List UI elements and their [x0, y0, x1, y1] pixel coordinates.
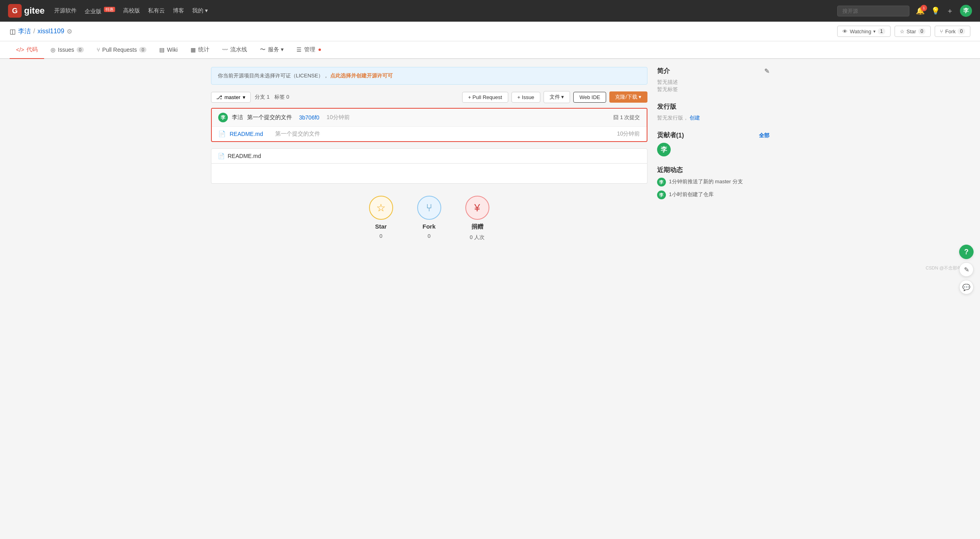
- repo-toolbar: ⎇ master ▾ 分支 1 标签 0 + Pull Request + Is…: [211, 91, 647, 103]
- nav-blog[interactable]: 博客: [173, 7, 184, 14]
- file-icon: 📄: [218, 130, 226, 138]
- sub-header: ◫ 李洁 / xissl1109 ⚙ 👁 Watching ▾ 1 ☆ Star…: [0, 22, 980, 41]
- watching-label: Watching: [850, 28, 871, 34]
- file-name[interactable]: README.md: [230, 131, 263, 137]
- nav-mine[interactable]: 我的 ▾: [192, 7, 208, 14]
- repo-actions: 👁 Watching ▾ 1 ☆ Star 0 ⑂ Fork 0: [837, 26, 970, 37]
- commit-author-avatar[interactable]: 李: [218, 113, 228, 122]
- nav-enterprise[interactable]: 企业版 特惠: [85, 7, 115, 15]
- tab-pr-label: Pull Requests: [102, 47, 137, 53]
- commit-hash[interactable]: 3b706f0: [299, 114, 320, 121]
- repo-type-icon: ◫: [10, 28, 16, 35]
- stat-donate[interactable]: ¥ 捐赠 0 人次: [465, 196, 489, 241]
- notice-link[interactable]: 点此选择并创建开源许可可: [330, 73, 393, 79]
- tab-services-label: 服务 ▾: [268, 46, 284, 53]
- sidebar-activity: 近期动态 李 1分钟前推送了新的 master 分支 李 1小时前创建了仓库: [657, 166, 769, 199]
- release-title: 发行版: [657, 103, 769, 111]
- user-avatar[interactable]: 李: [960, 5, 972, 17]
- logo-icon: G: [8, 4, 22, 18]
- stat-fork-count: 0: [428, 233, 430, 239]
- clone-btn[interactable]: 克隆/下载 ▾: [609, 91, 647, 103]
- intro-edit-icon[interactable]: ✎: [764, 67, 769, 75]
- tab-stats-label: 统计: [198, 46, 209, 53]
- stats-row: ☆ Star 0 ⑂ Fork 0 ¥ 捐赠 0 人次: [211, 184, 647, 253]
- sidebar-contributors: 贡献者 (1) 全部 李: [657, 131, 769, 156]
- manage-icon: ☰: [296, 47, 302, 53]
- code-icon: </>: [16, 47, 24, 53]
- readme-body: [211, 164, 647, 184]
- star-button[interactable]: ☆ Star 0: [895, 26, 931, 37]
- contributors-label: 贡献者: [657, 131, 676, 140]
- search-input[interactable]: [837, 6, 909, 16]
- stat-star-label: Star: [375, 223, 387, 230]
- create-release-link[interactable]: 创建: [690, 115, 700, 121]
- activity-avatar-1: 李: [657, 190, 666, 199]
- commit-count[interactable]: 囧 1 次提交: [613, 114, 640, 121]
- tab-manage[interactable]: ☰ 管理: [290, 41, 327, 59]
- notif-count: 1: [921, 5, 927, 11]
- settings-icon[interactable]: ⚙: [67, 28, 72, 35]
- stats-icon: ▦: [191, 47, 196, 53]
- stat-star[interactable]: ☆ Star 0: [369, 196, 393, 241]
- manage-dot: [319, 49, 321, 51]
- sidebar-intro: 简介 ✎ 暂无描述 暂无标签: [657, 67, 769, 93]
- file-commit-msg: 第一个提交的文件: [275, 130, 613, 138]
- notification-btn[interactable]: 🔔 1: [916, 6, 925, 15]
- tab-services[interactable]: 〜 服务 ▾: [254, 41, 290, 59]
- tab-manage-label: 管理: [304, 46, 315, 53]
- tab-pipeline[interactable]: 〰 流水线: [216, 41, 254, 59]
- branch-count: 分支 1: [255, 93, 270, 101]
- activity-avatar-0: 李: [657, 178, 666, 186]
- nav-private-cloud[interactable]: 私有云: [148, 7, 165, 14]
- edit-float-btn[interactable]: ✎: [959, 262, 974, 275]
- branch-name: master: [225, 94, 241, 100]
- explore-icon[interactable]: 💡: [931, 6, 940, 15]
- nav-university[interactable]: 高校版: [123, 7, 140, 14]
- tab-code[interactable]: </> 代码: [10, 41, 44, 59]
- activity-text-0: 1分钟前推送了新的 master 分支: [669, 178, 743, 186]
- nav-opensource[interactable]: 开源软件: [54, 7, 77, 14]
- fork-button[interactable]: ⑂ Fork 0: [935, 26, 970, 37]
- stat-fork[interactable]: ⑂ Fork 0: [417, 196, 441, 241]
- intro-no-desc: 暂无描述: [657, 79, 769, 86]
- watching-button[interactable]: 👁 Watching ▾ 1: [837, 26, 890, 37]
- activity-item-1: 李 1小时前创建了仓库: [657, 190, 769, 199]
- fork-label: Fork: [945, 28, 956, 34]
- stat-fork-label: Fork: [422, 223, 436, 230]
- toolbar-right: + Pull Request + Issue 文件 ▾ Web IDE 克隆/下…: [462, 91, 647, 103]
- file-time: 10分钟前: [617, 130, 640, 138]
- navbar-links: 开源软件 企业版 特惠 高校版 私有云 博客 我的 ▾: [54, 7, 208, 15]
- sidebar-release: 发行版 暂无发行版， 创建: [657, 103, 769, 122]
- repo-link[interactable]: xissl1109: [37, 28, 64, 35]
- contrib-all-link[interactable]: 全部: [759, 132, 769, 139]
- float-panel: ? ✎ 💬: [959, 245, 974, 275]
- tab-stats[interactable]: ▦ 统计: [184, 41, 216, 59]
- pr-badge: 0: [139, 47, 146, 53]
- tab-wiki[interactable]: ▤ Wiki: [153, 41, 184, 59]
- tag-count: 标签 0: [274, 93, 289, 101]
- tab-issues[interactable]: ◎ Issues 0: [44, 41, 90, 59]
- file-btn[interactable]: 文件 ▾: [544, 91, 570, 103]
- owner-link[interactable]: 李洁: [18, 27, 31, 36]
- toolbar-info: 分支 1 标签 0: [255, 93, 289, 101]
- contributor-avatar[interactable]: 李: [657, 143, 671, 156]
- footer-note: CSDN @不念那年晚晚: [0, 261, 980, 275]
- chevron-down-icon: ▾: [243, 94, 246, 100]
- help-btn[interactable]: ?: [959, 245, 974, 259]
- site-logo[interactable]: G gitee: [8, 4, 45, 18]
- branch-selector[interactable]: ⎇ master ▾: [211, 92, 251, 103]
- repo-tabs: </> 代码 ◎ Issues 0 ⑂ Pull Requests 0 ▤ Wi…: [0, 41, 980, 59]
- pull-request-btn[interactable]: + Pull Request: [462, 92, 508, 103]
- watching-count: 1: [878, 28, 885, 34]
- fork-count: 0: [958, 28, 965, 34]
- intro-title: 简介 ✎: [657, 67, 769, 75]
- issue-btn[interactable]: + Issue: [511, 92, 540, 103]
- stat-donate-count: 0 人次: [470, 234, 485, 241]
- main-content: 你当前开源项目尚未选择许可证（LICENSE）， 点此选择并创建开源许可可 ⎇ …: [211, 67, 647, 253]
- plus-icon[interactable]: ＋: [946, 6, 954, 16]
- branch-icon: ⎇: [216, 94, 222, 100]
- tab-pullrequests[interactable]: ⑂ Pull Requests 0: [90, 41, 153, 59]
- commit-time: 10分钟前: [327, 114, 350, 121]
- webide-btn[interactable]: Web IDE: [573, 92, 606, 103]
- issues-badge: 0: [77, 47, 84, 53]
